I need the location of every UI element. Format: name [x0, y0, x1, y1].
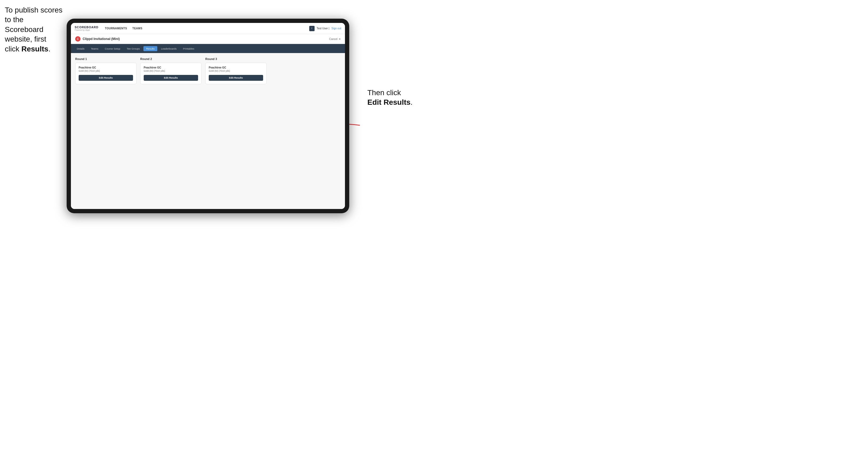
tablet-screen: SCOREBOARD Powered by clippd TOURNAMENTS…: [71, 23, 345, 209]
round-2-course-detail: Gold (M) (7010 yds): [144, 69, 198, 72]
round-2-card: Peachtree GC Gold (M) (7010 yds) Edit Re…: [140, 63, 202, 84]
cancel-button[interactable]: Cancel ✕: [329, 38, 341, 40]
brand-logo: SCOREBOARD Powered by clippd: [75, 26, 98, 31]
instruction-bold-results: Results: [21, 45, 48, 53]
round-1-course-detail: Gold (M) (7010 yds): [79, 69, 133, 72]
brand-sub: Powered by clippd: [75, 29, 98, 31]
instruction-line2: to the Scoreboard: [5, 15, 43, 33]
main-content: Round 1 Peachtree GC Gold (M) (7010 yds)…: [71, 53, 345, 209]
round-3-course-name: Peachtree GC: [209, 66, 263, 69]
round-2-course-name: Peachtree GC: [144, 66, 198, 69]
instruction-line3: website, first: [5, 35, 46, 43]
instruction-then-click: Then click: [367, 89, 401, 97]
signout-link[interactable]: Sign out: [331, 27, 341, 30]
tournament-title-row: C Clippd Invitational (Mini): [75, 36, 120, 41]
nav-teams[interactable]: TEAMS: [132, 27, 143, 30]
tab-leaderboards[interactable]: Leaderboards: [158, 46, 179, 51]
tablet-device: SCOREBOARD Powered by clippd TOURNAMENTS…: [67, 19, 349, 213]
edit-results-button-2[interactable]: Edit Results: [144, 75, 198, 81]
instruction-bold-edit-results: Edit Results: [367, 98, 410, 106]
round-1-column: Round 1 Peachtree GC Gold (M) (7010 yds)…: [75, 57, 136, 84]
round-2-column: Round 2 Peachtree GC Gold (M) (7010 yds)…: [140, 57, 202, 84]
tournament-title: Clippd Invitational (Mini): [83, 37, 120, 41]
round-1-course-name: Peachtree GC: [79, 66, 133, 69]
top-nav-right: T Test User | Sign out: [309, 26, 341, 31]
rounds-container: Round 1 Peachtree GC Gold (M) (7010 yds)…: [75, 57, 341, 84]
round-3-card: Peachtree GC Gold (M) (7010 yds) Edit Re…: [205, 63, 267, 84]
round-3-column: Round 3 Peachtree GC Gold (M) (7010 yds)…: [205, 57, 267, 84]
round-3-title: Round 3: [205, 57, 267, 61]
tab-details[interactable]: Details: [74, 46, 87, 51]
tab-course-setup[interactable]: Course Setup: [102, 46, 123, 51]
instruction-line4: click: [5, 45, 21, 53]
instruction-line1: To publish scores: [5, 6, 62, 14]
round-1-card: Peachtree GC Gold (M) (7010 yds) Edit Re…: [75, 63, 136, 84]
round-1-title: Round 1: [75, 57, 136, 61]
tab-tee-groups[interactable]: Tee Groups: [124, 46, 142, 51]
tournament-header: C Clippd Invitational (Mini) Cancel ✕: [71, 34, 345, 44]
tournament-icon: C: [75, 36, 81, 41]
user-name: Test User |: [317, 27, 330, 30]
tab-results[interactable]: Results: [144, 46, 157, 51]
top-nav-links: TOURNAMENTS TEAMS: [105, 27, 309, 30]
round-2-title: Round 2: [140, 57, 202, 61]
edit-results-button-1[interactable]: Edit Results: [79, 75, 133, 81]
user-avatar: T: [309, 26, 315, 31]
top-nav: SCOREBOARD Powered by clippd TOURNAMENTS…: [71, 23, 345, 34]
tab-teams[interactable]: Teams: [88, 46, 101, 51]
edit-results-button-3[interactable]: Edit Results: [209, 75, 263, 81]
content-area: C Clippd Invitational (Mini) Cancel ✕ De…: [71, 34, 345, 209]
instruction-right: Then click Edit Results.: [367, 88, 426, 107]
brand-name: SCOREBOARD: [75, 26, 98, 29]
round-3-course-detail: Gold (M) (7010 yds): [209, 69, 263, 72]
instruction-left: To publish scores to the Scoreboard webs…: [5, 5, 63, 54]
tab-printables[interactable]: Printables: [181, 46, 197, 51]
nav-tournaments[interactable]: TOURNAMENTS: [105, 27, 127, 30]
sub-nav: Details Teams Course Setup Tee Groups Re…: [71, 44, 345, 53]
